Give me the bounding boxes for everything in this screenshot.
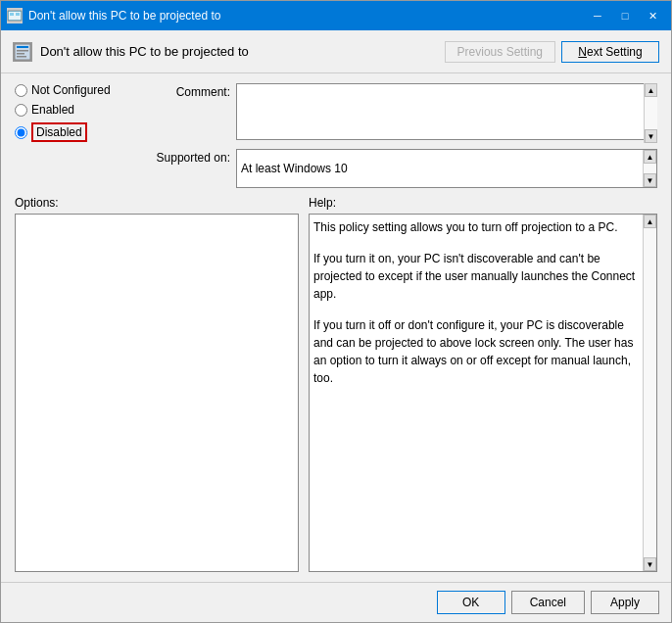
ok-button[interactable]: OK: [437, 591, 505, 614]
svg-rect-5: [17, 46, 28, 48]
policy-icon: [13, 42, 32, 62]
supported-scroll-down[interactable]: ▼: [644, 173, 656, 187]
section-header-row: Options: Help:: [15, 196, 657, 210]
radio-group: Not Configured Enabled Disabled: [15, 83, 142, 188]
help-para-1: This policy setting allows you to turn o…: [313, 218, 639, 236]
comment-textarea[interactable]: [236, 83, 657, 140]
top-section: Not Configured Enabled Disabled Comment:: [15, 83, 657, 188]
enabled-radio[interactable]: [15, 104, 27, 117]
enabled-radio-label[interactable]: Enabled: [15, 103, 142, 117]
disabled-radio-label[interactable]: Disabled: [15, 122, 142, 142]
title-bar: Don't allow this PC to be projected to ─…: [1, 1, 671, 30]
not-configured-radio-label[interactable]: Not Configured: [15, 83, 142, 97]
help-para-3: If you turn it off or don't configure it…: [313, 316, 639, 387]
apply-button[interactable]: Apply: [591, 591, 659, 614]
close-button[interactable]: ✕: [640, 6, 665, 25]
comment-scrollbar[interactable]: ▲ ▼: [644, 83, 657, 143]
main-window: Don't allow this PC to be projected to ─…: [0, 0, 672, 623]
title-bar-text: Don't allow this PC to be projected to: [28, 9, 585, 23]
supported-field: At least Windows 10 ▲ ▼: [236, 149, 657, 188]
cancel-button[interactable]: Cancel: [511, 591, 585, 614]
help-section: This policy setting allows you to turn o…: [309, 214, 657, 572]
header-bar: Don't allow this PC to be projected to P…: [1, 30, 671, 73]
window-icon: [7, 8, 23, 24]
scroll-track: [645, 97, 657, 129]
svg-rect-7: [17, 53, 24, 55]
help-para-2: If you turn it on, your PC isn't discove…: [313, 250, 639, 303]
supported-value: At least Windows 10: [241, 162, 348, 175]
footer: OK Cancel Apply: [1, 582, 671, 622]
supported-row: Supported on: At least Windows 10 ▲ ▼: [152, 149, 657, 188]
scroll-down-arrow[interactable]: ▼: [645, 129, 657, 143]
options-section-label: Options:: [15, 196, 59, 210]
help-scroll-up[interactable]: ▲: [644, 215, 656, 228]
svg-rect-2: [10, 13, 14, 16]
help-scroll-track: [644, 228, 656, 557]
title-bar-controls: ─ □ ✕: [585, 6, 665, 25]
header-buttons: Previous Setting Next Setting: [445, 41, 659, 63]
not-configured-radio[interactable]: [15, 84, 27, 97]
comment-label: Comment:: [152, 83, 230, 99]
supported-label: Supported on:: [152, 149, 230, 165]
minimize-button[interactable]: ─: [585, 6, 610, 25]
svg-rect-3: [16, 13, 20, 16]
supported-scroll-up[interactable]: ▲: [644, 150, 656, 164]
header-title: Don't allow this PC to be projected to: [40, 44, 249, 59]
help-scrollbar[interactable]: ▲ ▼: [643, 215, 656, 571]
scroll-up-arrow[interactable]: ▲: [645, 83, 657, 97]
content-area: Not Configured Enabled Disabled Comment:: [1, 73, 671, 582]
next-setting-label: Next Setting: [578, 45, 642, 59]
help-text: This policy setting allows you to turn o…: [313, 218, 652, 387]
help-section-label: Help:: [309, 196, 336, 210]
options-panel: [15, 214, 299, 572]
options-section: [15, 214, 299, 572]
comment-supported: Comment: ▲ ▼ Supported on: At least Wind…: [152, 83, 657, 188]
header-left: Don't allow this PC to be projected to: [13, 42, 249, 62]
previous-setting-button[interactable]: Previous Setting: [445, 41, 555, 63]
bottom-section: This policy setting allows you to turn o…: [15, 214, 657, 572]
svg-rect-6: [17, 50, 28, 52]
supported-scrollbar[interactable]: ▲ ▼: [643, 150, 656, 187]
comment-row: Comment: ▲ ▼: [152, 83, 657, 143]
svg-rect-8: [17, 56, 26, 58]
supported-scroll-track: [644, 164, 656, 173]
next-setting-button[interactable]: Next Setting: [561, 41, 659, 63]
help-panel: This policy setting allows you to turn o…: [309, 214, 657, 572]
disabled-label: Disabled: [31, 122, 87, 142]
help-scroll-down[interactable]: ▼: [644, 557, 656, 571]
disabled-radio[interactable]: [15, 126, 27, 139]
maximize-button[interactable]: □: [612, 6, 638, 25]
